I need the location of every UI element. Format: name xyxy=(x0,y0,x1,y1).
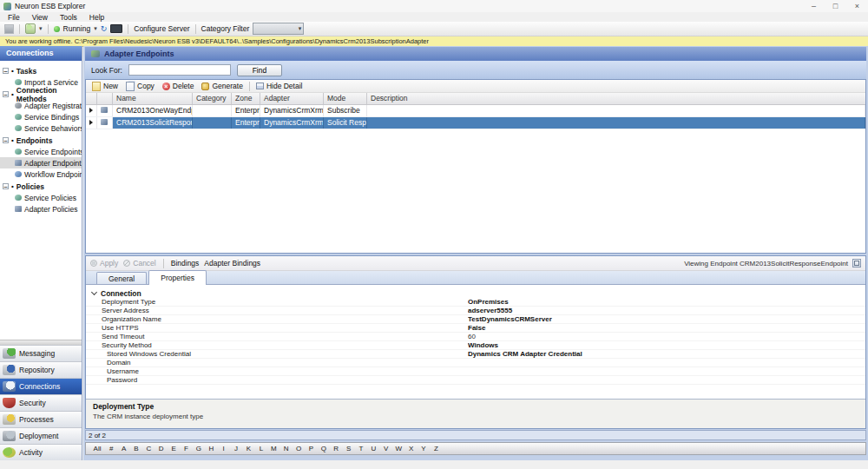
alphabet-letter-all[interactable]: All xyxy=(89,445,105,452)
tab-general[interactable]: General xyxy=(96,272,147,285)
alphabet-letter-v[interactable]: V xyxy=(380,445,392,452)
nav-activity[interactable]: Activity xyxy=(0,444,82,460)
collapse-icon[interactable]: – xyxy=(3,183,9,189)
menu-tools[interactable]: Tools xyxy=(54,13,83,22)
tab-properties[interactable]: Properties xyxy=(148,270,207,285)
delete-button[interactable]: ×Delete xyxy=(159,82,198,90)
look-for-input[interactable] xyxy=(128,64,231,76)
maximize-icon[interactable]: □ xyxy=(825,0,846,12)
alphabet-letter-u[interactable]: U xyxy=(367,445,379,452)
nav-connections[interactable]: Connections xyxy=(0,378,82,394)
column-header-description[interactable]: Description xyxy=(367,93,865,104)
configure-server-button[interactable]: Configure Server xyxy=(134,24,189,33)
sidebar-item-service-bindings[interactable]: Service Bindings xyxy=(0,111,82,122)
collapse-icon[interactable]: – xyxy=(3,68,9,74)
sidebar-item-service-policies[interactable]: Service Policies xyxy=(0,192,82,203)
property-value[interactable] xyxy=(468,367,865,375)
property-category-connection[interactable]: Connection xyxy=(86,288,865,298)
property-value[interactable]: adserver5555 xyxy=(468,307,865,314)
alphabet-letter-x[interactable]: X xyxy=(404,445,417,452)
alphabet-letter-w[interactable]: W xyxy=(392,445,404,452)
alphabet-letter-c[interactable]: C xyxy=(142,445,155,452)
alphabet-letter-o[interactable]: O xyxy=(293,445,305,452)
column-header-adapter[interactable]: Adapter xyxy=(260,93,324,104)
minimize-icon[interactable]: – xyxy=(803,0,825,12)
table-row[interactable]: CRM2013OneWayEndpointEnterpriseDynamicsC… xyxy=(86,105,865,117)
sidebar-item-adapter-policies[interactable]: Adapter Policies xyxy=(0,203,82,215)
cancel-button[interactable]: Cancel xyxy=(123,259,155,268)
alphabet-letter-p[interactable]: P xyxy=(305,445,317,452)
alphabet-letter-d[interactable]: D xyxy=(155,445,168,452)
column-header-zone[interactable]: Zone xyxy=(232,93,260,104)
adapter-bindings-button[interactable]: Adapter Bindings xyxy=(204,259,260,268)
find-button[interactable]: Find xyxy=(237,64,282,76)
table-row[interactable]: CRM2013SolicitResponseEndpointEnterprise… xyxy=(86,117,865,129)
alphabet-letter-z[interactable]: Z xyxy=(430,445,442,452)
alphabet-letter-i[interactable]: I xyxy=(218,445,230,452)
alphabet-letter-h[interactable]: H xyxy=(205,445,217,452)
running-dropdown[interactable]: Running xyxy=(63,24,91,33)
alphabet-letter-g[interactable]: G xyxy=(193,445,205,452)
chevron-down-icon[interactable]: ▾ xyxy=(94,25,97,32)
column-header-category[interactable]: Category xyxy=(193,93,232,104)
tree-section-endpoints[interactable]: –•Endpoints xyxy=(0,135,82,146)
alphabet-letter-y[interactable]: Y xyxy=(418,445,430,452)
property-value[interactable] xyxy=(468,359,865,367)
alphabet-letter-m[interactable]: M xyxy=(267,445,279,452)
refresh-icon[interactable]: ↻ xyxy=(101,25,108,33)
category-filter-select[interactable]: ▾ xyxy=(253,23,304,35)
connect-user-icon[interactable] xyxy=(25,23,36,34)
console-icon[interactable] xyxy=(110,24,122,33)
menu-help[interactable]: Help xyxy=(83,13,110,22)
property-value[interactable]: OnPremises xyxy=(468,298,865,306)
nav-security[interactable]: Security xyxy=(0,394,82,411)
sidebar-item-adapter-registration[interactable]: Adapter Registration xyxy=(0,100,82,111)
sidebar-item-service-endpoints[interactable]: Service Endpoints xyxy=(0,146,82,157)
save-icon[interactable] xyxy=(4,24,14,34)
alphabet-letter-n[interactable]: N xyxy=(279,445,292,452)
alphabet-letter-b[interactable]: B xyxy=(130,445,142,452)
property-value[interactable]: TestDynamicsCRMServer xyxy=(468,315,865,323)
row-expander[interactable] xyxy=(86,105,97,116)
sidebar-item-adapter-endpoints[interactable]: Adapter Endpoints xyxy=(0,157,82,168)
nav-deployment[interactable]: Deployment xyxy=(0,427,82,444)
alphabet-letter-k[interactable]: K xyxy=(242,445,254,452)
alphabet-letter-f[interactable]: F xyxy=(180,445,192,452)
copy-button[interactable]: Copy xyxy=(122,82,158,91)
hide-detail-button[interactable]: Hide Detail xyxy=(253,82,306,90)
nav-repository[interactable]: Repository xyxy=(0,361,82,378)
new-button[interactable]: New xyxy=(89,82,122,91)
tree-section-connection-methods[interactable]: –•Connection Methods xyxy=(0,89,82,100)
alphabet-letter-e[interactable]: E xyxy=(168,445,180,452)
generate-button[interactable]: Generate xyxy=(198,82,246,90)
chevron-down-icon[interactable]: ▾ xyxy=(39,25,43,32)
menu-file[interactable]: File xyxy=(2,13,26,22)
alphabet-letter-l[interactable]: L xyxy=(255,445,267,452)
apply-button[interactable]: Apply xyxy=(90,259,118,268)
collapse-icon[interactable]: – xyxy=(3,137,9,143)
property-value[interactable]: 60 xyxy=(468,333,865,340)
alphabet-letter-a[interactable]: A xyxy=(117,445,129,452)
property-value[interactable] xyxy=(468,376,865,384)
close-icon[interactable]: × xyxy=(846,0,868,12)
alphabet-letter-t[interactable]: T xyxy=(355,445,367,452)
tree-section-tasks[interactable]: –•Tasks xyxy=(0,65,82,76)
alphabet-letter-q[interactable]: Q xyxy=(318,445,330,452)
alphabet-letter-j[interactable]: J xyxy=(230,445,242,452)
sidebar-item-service-behaviors[interactable]: Service Behaviors xyxy=(0,122,82,134)
menu-view[interactable]: View xyxy=(26,13,54,22)
collapse-icon[interactable]: – xyxy=(3,91,9,97)
sidebar-item-workflow-endpoints[interactable]: Workflow Endpoints xyxy=(0,168,82,180)
nav-messaging[interactable]: Messaging xyxy=(0,345,82,361)
bindings-button[interactable]: Bindings xyxy=(171,259,200,268)
column-header-mode[interactable]: Mode xyxy=(324,93,367,104)
property-value[interactable]: False xyxy=(468,324,865,332)
nav-processes[interactable]: Processes xyxy=(0,411,82,427)
alphabet-letter-s[interactable]: S xyxy=(342,445,354,452)
alphabet-letter--[interactable]: # xyxy=(105,445,117,452)
property-value[interactable]: Windows xyxy=(468,341,865,349)
property-value[interactable]: Dynamics CRM Adapter Credential xyxy=(468,350,865,358)
row-expander[interactable] xyxy=(86,117,97,129)
detail-pin-button[interactable] xyxy=(852,259,861,268)
column-header-name[interactable]: Name xyxy=(113,93,193,104)
